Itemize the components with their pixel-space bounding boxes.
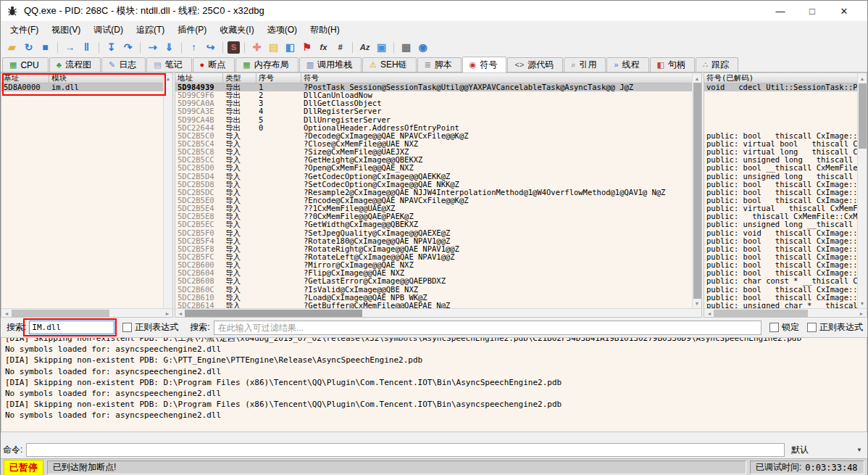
toolbar-calculator-icon[interactable]: ▦ bbox=[398, 40, 414, 54]
symbol-row[interactable]: 5DC2B5E8导入??0CxMemFile@@QAE@PAEK@Z bbox=[175, 212, 692, 220]
toolbar-run-to-user-code-icon[interactable]: ↪ bbox=[203, 40, 218, 54]
decoded-symbol-row[interactable]: public: virtual bool __thiscall CxMemFil… bbox=[704, 140, 857, 148]
decoded-symbol-row[interactable]: public: unsigned char * __thiscall CxMem… bbox=[704, 302, 857, 308]
scroll-down-arrow[interactable]: ▼ bbox=[858, 299, 867, 307]
lock-checkbox[interactable] bbox=[769, 323, 779, 332]
menu-item-debug[interactable]: 调试(D) bbox=[87, 22, 130, 38]
column-header-base[interactable]: 基址 bbox=[1, 73, 49, 83]
scrollbar-thumb[interactable] bbox=[859, 83, 867, 149]
tab-symbols[interactable]: ◉符号 bbox=[462, 57, 507, 73]
decoded-symbol-row[interactable]: public: virtual long __thiscall CxMemFil… bbox=[704, 148, 857, 156]
command-profile-dropdown[interactable]: 默认 ▼ bbox=[788, 443, 865, 457]
decoded-symbol-row[interactable]: public: bool __thiscall CxImage::RotateR… bbox=[704, 245, 857, 253]
modules-vertical-scrollbar[interactable]: ▲ bbox=[163, 73, 172, 308]
decoded-symbol-row[interactable]: public: bool __thiscall CxImage::SetCode… bbox=[704, 181, 857, 189]
decoded-horizontal-scrollbar[interactable]: ◄ ► bbox=[704, 308, 867, 317]
scroll-left-arrow[interactable]: ◄ bbox=[2, 309, 11, 318]
symbols-horizontal-scrollbar[interactable]: ◄ bbox=[175, 308, 701, 317]
scroll-up-arrow[interactable]: ▲ bbox=[858, 74, 867, 83]
toolbar-step-over-icon[interactable]: ↷ bbox=[120, 40, 135, 54]
symbol-row[interactable]: 5DC2B5EC导入?GetWidth@CxImage@@QBEKXZ bbox=[175, 220, 692, 228]
symbol-regex-checkbox[interactable] bbox=[807, 323, 817, 332]
menu-item-trace[interactable]: 追踪(T) bbox=[130, 22, 171, 38]
symbol-row[interactable]: 5DC22644导出0OptionalHeader.AddressOfEntry… bbox=[175, 124, 692, 132]
decoded-symbol-row[interactable]: public: char const * __thiscall CxImage:… bbox=[704, 277, 857, 285]
decoded-symbol-row[interactable]: public: bool __thiscall CxImage::Load(wc… bbox=[704, 294, 857, 302]
toolbar-pause-icon[interactable]: ‖ bbox=[79, 40, 94, 54]
menu-item-favourites[interactable]: 收藏夹(I) bbox=[213, 22, 260, 38]
tab-seh-chain[interactable]: ⚠SEH链 bbox=[362, 57, 417, 72]
toolbar-calls-icon[interactable]: # bbox=[333, 40, 348, 54]
scroll-right-arrow[interactable]: ► bbox=[163, 309, 172, 318]
symbol-row[interactable]: 5DC2B608导入?GetLastError@CxImage@@QAEPBDX… bbox=[175, 277, 692, 285]
menu-item-file[interactable]: 文件(F) bbox=[4, 22, 45, 38]
symbol-row[interactable]: 5D99CA0A导出3DllGetClassObject bbox=[175, 99, 692, 107]
symbol-row[interactable]: 5DC2B610导入?Load@CxImage@@QAE_NPB_WK@Z bbox=[175, 294, 692, 302]
menu-item-options[interactable]: 选项(O) bbox=[261, 22, 304, 38]
decoded-symbol-row[interactable]: public: virtual __thiscall CxMemFile::~C… bbox=[704, 205, 857, 212]
toolbar-functions-icon[interactable]: fx bbox=[316, 40, 331, 54]
symbol-row[interactable]: 5DC2B5F0导入?SetJpegQuality@CxImage@@QAEXE… bbox=[175, 229, 692, 237]
scrollbar-thumb[interactable] bbox=[185, 310, 362, 317]
column-header-address[interactable]: 地址 bbox=[175, 73, 223, 83]
symbol-row[interactable]: 5DC2B5F8导入?RotateRight@CxImage@@QAE_NPAV… bbox=[175, 245, 692, 253]
decoded-symbol-row[interactable]: public: unsigned long __thiscall CxImage… bbox=[704, 173, 857, 181]
decoded-symbol-row[interactable]: public: bool __thiscall CxImage::RotateL… bbox=[704, 253, 857, 261]
symbol-row[interactable]: 5DC2B5E4导入??1CxMemFile@@UAE@XZ bbox=[175, 205, 692, 212]
column-header-type[interactable]: 类型 bbox=[223, 73, 256, 83]
decoded-symbol-row[interactable]: public: unsigned long __thiscall CxImage… bbox=[704, 156, 857, 164]
scroll-up-arrow[interactable]: ▲ bbox=[693, 74, 701, 83]
tab-cpu[interactable]: ▦CPU bbox=[2, 57, 49, 72]
symbol-row[interactable]: 5D99C9F6导出2DllCanUnloadNow bbox=[175, 91, 692, 99]
toolbar-scylla-icon[interactable]: S bbox=[228, 41, 240, 54]
column-header-module[interactable]: 模块 bbox=[49, 73, 172, 83]
tab-references[interactable]: ⌕引用 bbox=[564, 57, 606, 72]
decoded-vertical-scrollbar[interactable]: ▲ ▼ bbox=[857, 73, 867, 308]
decoded-symbol-row[interactable]: public: bool __thiscall CxImage::Mirror(… bbox=[704, 261, 857, 269]
scroll-down-arrow[interactable]: ▼ bbox=[693, 299, 701, 307]
symbol-row[interactable]: 5DC2B5C4导入?Close@CxMemFile@@UAE_NXZ bbox=[175, 140, 692, 148]
tab-call-stack[interactable]: ▥调用堆栈 bbox=[299, 57, 362, 72]
symbol-row[interactable]: 5DC2B604导入?Flip@CxImage@@QAE_NXZ bbox=[175, 269, 692, 277]
scrollbar-thumb[interactable] bbox=[12, 310, 109, 317]
column-header-ordinal[interactable]: 序号 bbox=[256, 73, 301, 83]
tab-graph[interactable]: ♣流程图 bbox=[49, 57, 101, 72]
tab-log[interactable]: ✎日志 bbox=[101, 57, 146, 72]
module-regex-checkbox[interactable] bbox=[122, 323, 132, 332]
toolbar-labels-icon[interactable]: ◧ bbox=[283, 40, 298, 54]
symbols-vertical-scrollbar[interactable]: ▲ ▼ bbox=[692, 73, 701, 308]
tab-trace[interactable]: ∴跟踪 bbox=[696, 57, 738, 72]
symbol-row[interactable]: 5DC2B5CC导入?GetHeight@CxImage@@QBEKXZ bbox=[175, 156, 692, 164]
symbol-row[interactable]: 5DC2B5D4导入?GetCodecOption@CxImage@@QAEKK… bbox=[175, 173, 692, 181]
decoded-symbol-row[interactable]: public: bool __thiscall CxImage::IsValid… bbox=[704, 286, 857, 294]
toolbar-open-icon[interactable]: ▰ bbox=[4, 40, 20, 54]
toolbar-restart-icon[interactable]: ↻ bbox=[21, 40, 36, 54]
toolbar-patches-icon[interactable]: ✚ bbox=[249, 40, 264, 54]
toolbar-close-icon[interactable]: ■ bbox=[38, 40, 53, 54]
scrollbar-thumb[interactable] bbox=[714, 310, 808, 317]
toolbar-attach-icon[interactable]: ▣ bbox=[374, 40, 389, 54]
decoded-symbol-row[interactable]: public: bool __thiscall CxImage::Decode(… bbox=[704, 132, 857, 140]
menu-item-plugins[interactable]: 插件(P) bbox=[171, 22, 213, 38]
toolbar-settings-globe-icon[interactable]: ◉ bbox=[415, 40, 430, 54]
toolbar-bookmarks-icon[interactable]: ⚑ bbox=[299, 40, 314, 54]
symbol-row[interactable]: 5DC2B5D0导入?Open@CxMemFile@@QAE_NXZ bbox=[175, 164, 692, 172]
decoded-symbol-row[interactable]: public: bool __thiscall CxMemFile::Open(… bbox=[704, 164, 857, 172]
toolbar-run-icon[interactable]: → bbox=[62, 40, 78, 54]
symbol-row[interactable]: 5DC2B5FC导入?RotateLeft@CxImage@@QAE_NPAV1… bbox=[175, 253, 692, 261]
module-row-im-dll[interactable]: 5D8A0000im.dll bbox=[1, 83, 163, 91]
symbol-row[interactable]: 5DC2B5D8导入?SetCodecOption@CxImage@@QAE_N… bbox=[175, 181, 692, 189]
menu-item-view[interactable]: 视图(V) bbox=[45, 22, 87, 38]
toolbar-step-out-icon[interactable]: ⇓ bbox=[162, 40, 177, 54]
maximize-button[interactable]: □ bbox=[796, 1, 828, 20]
decoded-symbol-row[interactable] bbox=[704, 99, 857, 107]
symbol-row[interactable]: 5DC2B5C0导入?Decode@CxImage@@QAE_NPAVCxFil… bbox=[175, 132, 692, 140]
scroll-up-arrow[interactable]: ▲ bbox=[164, 74, 172, 83]
decoded-symbol-row[interactable]: public: bool __thiscall CxImage::Flip(vo… bbox=[704, 269, 857, 277]
decoded-symbol-row[interactable]: public: bool __thiscall CxImage::Rotate1… bbox=[704, 237, 857, 245]
decoded-symbol-row[interactable] bbox=[704, 116, 857, 124]
close-button[interactable]: ✕ bbox=[828, 1, 860, 20]
symbol-filter-input[interactable] bbox=[214, 321, 761, 335]
symbol-row[interactable]: 5D99CA4B导出5DllUnregisterServer bbox=[175, 116, 692, 124]
symbol-row[interactable]: 5DC2B5C8导入?Size@CxMemFile@@UAEJXZ bbox=[175, 148, 692, 156]
